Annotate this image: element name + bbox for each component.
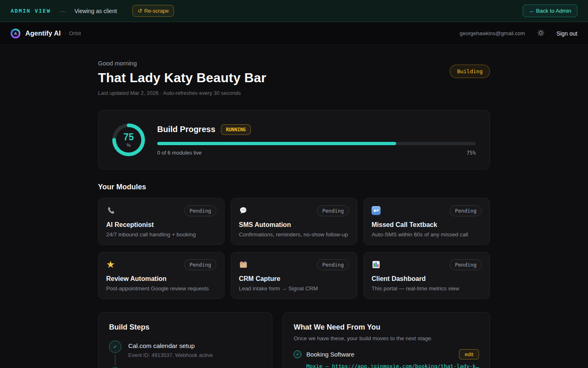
greeting: Good morning — [98, 60, 266, 67]
module-card: Pending Client Dashboard This portal — r… — [363, 252, 490, 299]
rescrape-button[interactable]: ↺ Re-scrape — [132, 5, 174, 17]
progress-percent-number: 75 — [123, 132, 134, 142]
what-we-need-panel: What We Need From You Once we have these… — [283, 312, 490, 368]
return-arrow-icon: ↩ — [372, 205, 381, 216]
build-steps-list: ✓ Cal.com calendar setup Event ID: 49135… — [109, 341, 261, 368]
module-status-badge: Pending — [184, 205, 216, 216]
progress-percent-label: 75% — [466, 150, 476, 156]
phone-icon — [106, 205, 115, 216]
module-description: This portal — real-time metrics view — [372, 285, 482, 292]
rescrape-label: Re-scrape — [144, 8, 169, 14]
progress-bar-fill — [157, 142, 396, 145]
what-we-need-heading: What We Need From You — [294, 323, 479, 332]
module-card: Pending SMS Automation Confirmations, re… — [231, 198, 357, 245]
last-updated-meta: Last updated Mar 2, 2026 · Auto-refreshe… — [98, 90, 266, 96]
hero-section: Good morning That Lady Katy Beauty Bar L… — [98, 60, 490, 96]
modules-live-label: 0 of 6 modules live — [157, 150, 201, 156]
rescrape-icon: ↺ — [138, 8, 142, 14]
running-status-badge: RUNNING — [221, 124, 250, 135]
module-description: Confirmations, reminders, no-show follow… — [239, 231, 349, 238]
step-connector-line — [115, 355, 116, 366]
building-status-badge: Building — [450, 65, 490, 78]
step-check-icon: ✓ — [109, 341, 121, 353]
modules-grid: Pending AI Receptionist 24/7 inbound cal… — [98, 198, 490, 299]
progress-percent-sign: % — [123, 143, 134, 148]
sun-icon — [537, 29, 545, 38]
build-step: ✓ Cal.com calendar setup Event ID: 49135… — [109, 341, 261, 367]
module-name: SMS Automation — [239, 221, 349, 229]
card-index-icon — [239, 259, 248, 270]
build-progress-card: 75 % Build Progress RUNNING 0 of 6 modul… — [98, 110, 490, 170]
app-header: A Agentify AI · Orbit georgehawkins@gmai… — [0, 22, 588, 45]
booking-link[interactable]: Moxie — https://app.joinmoxie.com/bookin… — [306, 363, 479, 368]
module-status-badge: Pending — [450, 259, 482, 270]
progress-bar — [157, 142, 476, 145]
requirement-check-icon: ✓ — [294, 350, 301, 358]
sign-out-button[interactable]: Sign out — [557, 30, 577, 37]
brand-name: Agentify AI — [25, 29, 60, 37]
back-to-admin-button[interactable]: ← Back to Admin — [523, 4, 577, 17]
admin-separator: — — [60, 8, 65, 14]
module-description: Auto-SMS within 60s of any missed call — [372, 231, 482, 238]
admin-view-badge: ADMIN VIEW — [11, 8, 51, 14]
module-status-badge: Pending — [317, 205, 349, 216]
step-title: Cal.com calendar setup — [128, 342, 213, 350]
business-name-title: That Lady Katy Beauty Bar — [98, 70, 266, 85]
bar-chart-icon — [372, 259, 381, 270]
brand-divider: · — [65, 30, 67, 36]
module-card: ★ Pending Review Automation Post-appoint… — [98, 252, 225, 299]
requirement-label: Booking Software — [306, 351, 454, 358]
module-description: 24/7 inbound call handling + booking — [106, 231, 216, 238]
user-email: georgehawkins@gmail.com — [460, 30, 525, 36]
requirement-item: ✓ Booking Software edit Moxie — https://… — [294, 349, 479, 368]
edit-button[interactable]: edit — [459, 349, 479, 359]
main-content: Good morning That Lady Katy Beauty Bar L… — [98, 45, 490, 368]
module-status-badge: Pending — [317, 259, 349, 270]
admin-bar: ADMIN VIEW — Viewing as client ↺ Re-scra… — [0, 0, 588, 22]
product-name: Orbit — [69, 30, 81, 36]
what-we-need-subtitle: Once we have these, your build moves to … — [294, 335, 479, 341]
module-status-badge: Pending — [184, 259, 216, 270]
speech-balloon-icon — [239, 205, 248, 216]
brand-logo-icon: A — [11, 29, 20, 38]
build-steps-panel: Build Steps ✓ Cal.com calendar setup Eve… — [98, 312, 272, 368]
step-detail: Event ID: 4913537, Webhook active — [128, 352, 213, 358]
module-name: Client Dashboard — [372, 275, 482, 283]
module-card: ↩ Pending Missed Call Textback Auto-SMS … — [363, 198, 490, 245]
build-steps-heading: Build Steps — [109, 323, 261, 332]
module-name: Review Automation — [106, 275, 216, 283]
star-icon: ★ — [106, 259, 115, 270]
module-card: Pending CRM Capture Lead intake form → S… — [231, 252, 357, 299]
module-card: Pending AI Receptionist 24/7 inbound cal… — [98, 198, 225, 245]
module-description: Lead intake form → Signal CRM — [239, 285, 349, 292]
module-name: AI Receptionist — [106, 221, 216, 229]
viewing-as-client-label: Viewing as client — [74, 8, 117, 14]
progress-ring: 75 % — [112, 123, 145, 156]
module-status-badge: Pending — [450, 205, 482, 216]
theme-toggle-button[interactable] — [536, 28, 546, 39]
module-description: Post-appointment Google review requests — [106, 285, 216, 292]
your-modules-heading: Your Modules — [98, 183, 490, 191]
module-name: CRM Capture — [239, 275, 349, 283]
needs-list: ✓ Booking Software edit Moxie — https://… — [294, 349, 479, 368]
module-name: Missed Call Textback — [372, 221, 482, 229]
progress-title: Build Progress — [157, 125, 215, 134]
